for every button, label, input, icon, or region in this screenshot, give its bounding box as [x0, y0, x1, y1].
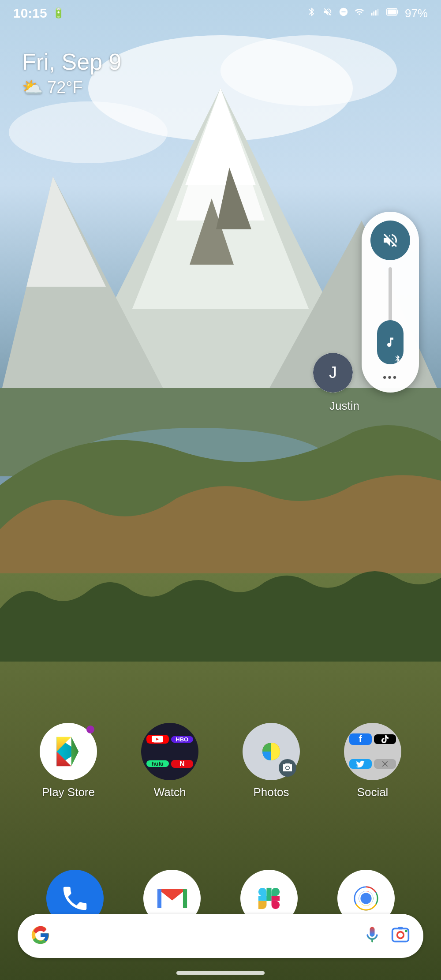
social-other-app-icon — [374, 759, 396, 769]
app-watch[interactable]: HBO hulu N Watch — [130, 723, 209, 799]
google-logo — [31, 925, 50, 946]
watch-label: Watch — [154, 785, 186, 799]
twitter-app-icon — [349, 759, 372, 769]
photos-folder-icon[interactable] — [243, 723, 300, 780]
photos-label: Photos — [254, 785, 289, 799]
mute-button[interactable] — [370, 221, 410, 260]
more-options-button[interactable]: ••• — [383, 371, 398, 384]
svg-rect-21 — [397, 10, 398, 13]
svg-rect-22 — [388, 9, 396, 14]
volume-thumb[interactable] — [377, 320, 404, 364]
tiktok-app-icon — [374, 734, 396, 744]
svg-point-36 — [405, 930, 407, 932]
weather-icon: ⛅ — [22, 78, 43, 97]
play-store-label: Play Store — [42, 785, 95, 799]
facebook-app-icon: f — [349, 733, 372, 745]
svg-rect-35 — [398, 927, 403, 930]
microphone-button[interactable] — [363, 925, 382, 946]
app-row-1: Play Store HBO hulu N Watch — [0, 723, 441, 812]
svg-point-2 — [220, 35, 397, 106]
app-social[interactable]: f Social — [333, 723, 412, 799]
wifi-icon — [355, 7, 364, 19]
lens-search-button[interactable] — [391, 925, 410, 946]
notification-dot — [86, 726, 94, 733]
status-bar: 10:15 🔋 97% — [0, 0, 441, 26]
volume-track — [389, 267, 392, 364]
battery-icon — [386, 7, 399, 19]
social-label: Social — [357, 785, 389, 799]
svg-point-34 — [397, 932, 404, 939]
time-display: 10:15 — [13, 6, 47, 21]
signal-icon — [370, 7, 380, 19]
svg-rect-26 — [183, 889, 185, 908]
svg-rect-18 — [375, 10, 377, 15]
svg-rect-25 — [158, 889, 161, 908]
weather-display: ⛅ 72°F — [22, 78, 121, 97]
netflix-app-icon: N — [171, 760, 194, 768]
wallpaper — [0, 0, 441, 980]
svg-rect-17 — [373, 11, 374, 15]
battery-percent: 97% — [405, 7, 428, 20]
app-grid: Play Store HBO hulu N Watch — [0, 723, 441, 812]
floating-contact-name: Justin — [329, 399, 359, 413]
charging-icon: 🔋 — [52, 7, 64, 19]
dnd-icon — [339, 7, 348, 19]
floating-contact-card[interactable]: J — [313, 353, 353, 393]
svg-rect-19 — [377, 9, 379, 16]
svg-rect-16 — [371, 13, 373, 15]
app-play-store[interactable]: Play Store — [29, 723, 108, 799]
watch-folder-icon[interactable]: HBO hulu N — [141, 723, 198, 780]
hulu-app-icon: hulu — [146, 760, 169, 767]
search-bar[interactable] — [18, 914, 423, 958]
temperature: 72°F — [47, 78, 83, 97]
youtube-app-icon — [146, 735, 169, 744]
social-folder-icon[interactable]: f — [344, 723, 401, 780]
svg-point-3 — [9, 101, 168, 163]
hbomax-app-icon: HBO — [171, 736, 194, 743]
volume-slider[interactable] — [377, 267, 404, 364]
date-display: Fri, Sep 9 — [22, 49, 121, 75]
app-photos[interactable]: Photos — [232, 723, 311, 799]
home-indicator[interactable] — [176, 971, 265, 975]
camera-app-icon — [279, 759, 296, 777]
play-store-icon[interactable] — [40, 723, 97, 780]
svg-point-31 — [360, 893, 371, 904]
volume-panel[interactable]: ••• — [362, 212, 419, 393]
bluetooth-icon — [307, 7, 317, 19]
mute-icon — [323, 7, 333, 19]
date-weather-widget: Fri, Sep 9 ⛅ 72°F — [22, 49, 121, 97]
